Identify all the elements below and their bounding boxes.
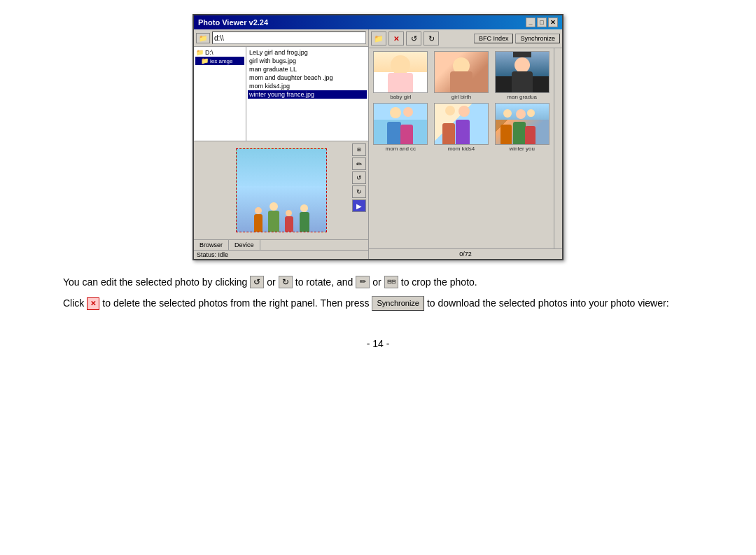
folder-tree: 📁 D:\ 📁 les amge: [194, 47, 246, 141]
file-item-2[interactable]: man graduate LL: [248, 65, 367, 73]
person-2: [267, 202, 281, 232]
preview-area: ⊞ ✏ ↺ ↻ ▶: [194, 141, 368, 239]
title-bar-buttons: _ □ ✕: [526, 17, 558, 27]
tool-pencil-btn[interactable]: ✏: [352, 157, 366, 170]
minimize-button[interactable]: _: [526, 17, 536, 27]
line2-delete-label: to delete the selected photos from the r…: [102, 295, 369, 311]
person-4: [298, 204, 312, 232]
line1-or1: or: [267, 274, 275, 290]
page-content: Photo Viewer v2.24 _ □ ✕ 📁: [0, 0, 756, 555]
status-bar: Status: Idle: [194, 250, 368, 259]
tool-arrow-btn[interactable]: ▶: [352, 199, 366, 212]
line1-prefix: You can edit the selected photo by click…: [63, 274, 247, 290]
file-item-5[interactable]: winter young france.jpg: [248, 90, 367, 99]
close-button[interactable]: ✕: [548, 17, 558, 27]
thumb-grid: baby girl girl birth: [369, 48, 554, 155]
folder-item-root[interactable]: 📁 D:\: [195, 48, 244, 57]
inline-delete-icon: ✕: [87, 297, 99, 310]
preview-people: [237, 166, 326, 232]
app-window: Photo Viewer v2.24 _ □ ✕ 📁: [192, 14, 564, 260]
app-body: 📁 📁 D:\ 📁 les a: [194, 29, 562, 259]
thumb-label-girl: girl birth: [451, 94, 471, 100]
thumb-img-mom-cc: [373, 103, 428, 145]
thumb-label-kids: mom kids4: [448, 146, 475, 152]
toolbar-rotate-cw-icon[interactable]: ↻: [424, 31, 439, 45]
file-browser: 📁 D:\ 📁 les amge LeLy girl and frog.jpg: [194, 47, 368, 141]
inline-pencil-icon: ✏: [356, 276, 370, 288]
thumb-mom-kids4[interactable]: mom kids4: [433, 103, 491, 152]
thumb-grid-wrapper: baby girl girl birth: [369, 48, 554, 248]
thumb-img-grad: [495, 51, 550, 93]
line2-prefix: Click: [63, 295, 84, 311]
toolbar-rotate-ccw-icon[interactable]: ↺: [406, 31, 421, 45]
right-toolbar-right: BFC Index Synchronize: [474, 34, 560, 43]
folder-label: D:\: [205, 49, 214, 56]
instruction-line-2: Click ✕ to delete the selected photos fr…: [63, 295, 693, 311]
tool-rotate-left-btn[interactable]: ↺: [352, 171, 366, 184]
file-item-1[interactable]: girl with bugs.jpg: [248, 57, 367, 65]
tool-size-btn[interactable]: ⊞: [352, 143, 366, 156]
thumb-label-baby: baby girl: [390, 94, 411, 100]
inline-crop-icon: ⊟⊟: [384, 276, 398, 288]
tab-device[interactable]: Device: [229, 240, 260, 250]
preview-tools: ⊞ ✏ ↺ ↻ ▶: [350, 141, 368, 214]
thumb-girl-birth[interactable]: girl birth: [433, 51, 491, 100]
right-toolbar: 📁 ✕ ↺ ↻ BFC Index Synchronize: [369, 29, 562, 48]
synchronize-button[interactable]: Synchronize: [515, 34, 560, 43]
line2-suffix: to download the selected photos into you…: [427, 295, 669, 311]
page-number: - 14 -: [367, 338, 390, 349]
path-input[interactable]: [212, 31, 366, 44]
file-item-4[interactable]: mom kids4.jpg: [248, 82, 367, 90]
thumb-img-baby: [373, 51, 428, 93]
folder-icon-2: 📁: [201, 57, 209, 64]
instruction-area: You can edit the selected photo by click…: [63, 274, 693, 317]
thumb-label-grad: man gradua: [507, 94, 537, 100]
title-bar: Photo Viewer v2.24 _ □ ✕: [194, 15, 562, 29]
left-panel: 📁 📁 D:\ 📁 les a: [194, 29, 369, 259]
line1-crop-label: to crop the photo.: [401, 274, 477, 290]
screenshot-container: Photo Viewer v2.24 _ □ ✕ 📁: [192, 14, 564, 260]
inline-rotate-right-icon: ↻: [279, 276, 293, 288]
right-content: baby girl girl birth: [369, 48, 562, 248]
toolbar-delete-icon[interactable]: ✕: [388, 31, 404, 45]
person-3: [282, 210, 296, 232]
instruction-line-1: You can edit the selected photo by click…: [63, 274, 693, 290]
progress-bar-container: 0/72: [369, 248, 562, 259]
thumb-mom-cc[interactable]: mom and cc: [372, 103, 430, 152]
tab-browser[interactable]: Browser: [194, 240, 229, 250]
tool-rotate-right-btn[interactable]: ↻: [352, 185, 366, 198]
path-bar: 📁: [194, 29, 368, 47]
thumb-man-grad[interactable]: man gradua: [493, 51, 551, 100]
preview-image: [236, 148, 327, 232]
folder-item-lesamge[interactable]: 📁 les amge: [195, 57, 244, 65]
maximize-button[interactable]: □: [537, 17, 547, 27]
app-title: Photo Viewer v2.24: [198, 18, 268, 27]
status-text: Status: Idle: [197, 251, 228, 258]
bfc-index-button[interactable]: BFC Index: [474, 34, 514, 43]
thumb-img-kids: [434, 103, 489, 145]
thumb-img-girl: [434, 51, 489, 93]
file-item-0[interactable]: LeLy girl and frog.jpg: [248, 48, 367, 57]
path-icon: 📁: [196, 33, 210, 43]
thumb-baby-girl[interactable]: baby girl: [372, 51, 430, 100]
inline-rotate-left-icon: ↺: [250, 276, 264, 288]
bottom-tabs: Browser Device: [194, 239, 368, 250]
folder-label-2: les amge: [210, 58, 232, 64]
thumb-winter[interactable]: winter you: [493, 103, 551, 152]
toolbar-folder-icon[interactable]: 📁: [371, 31, 386, 45]
file-list: LeLy girl and frog.jpg girl with bugs.jp…: [246, 47, 368, 141]
right-scrollbar[interactable]: [554, 48, 562, 248]
line1-rotate-label: to rotate, and: [295, 274, 354, 290]
thumb-label-winter: winter you: [509, 146, 534, 152]
inline-sync-button: Synchronize: [372, 296, 424, 311]
person-1: [251, 207, 265, 232]
progress-text: 0/72: [372, 251, 559, 258]
folder-icon: 📁: [196, 49, 204, 56]
right-panel: 📁 ✕ ↺ ↻ BFC Index Synchronize: [369, 29, 562, 259]
file-item-3[interactable]: mom and daughter beach .jpg: [248, 73, 367, 82]
line1-or2: or: [372, 274, 381, 290]
thumb-img-winter: [495, 103, 550, 145]
thumb-label-mom-cc: mom and cc: [386, 146, 416, 152]
